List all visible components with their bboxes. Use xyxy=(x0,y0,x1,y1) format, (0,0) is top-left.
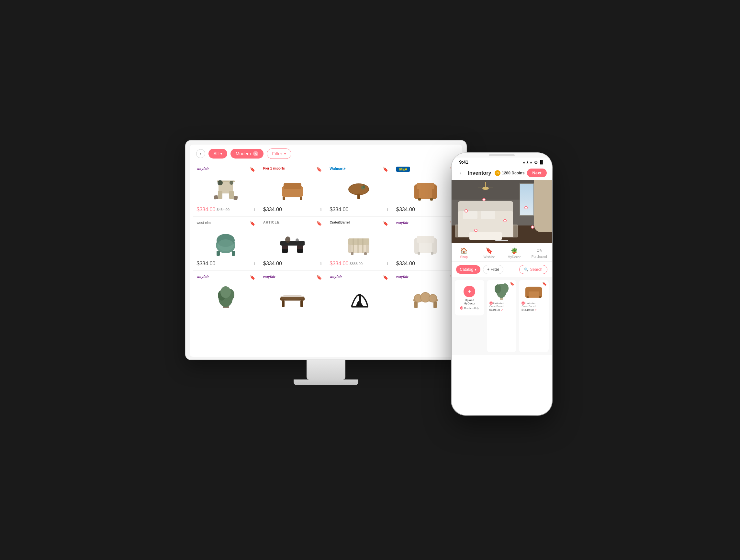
info-icon[interactable]: ℹ xyxy=(254,207,255,212)
product-card[interactable]: wayfair 🔖 xyxy=(193,163,260,217)
members-only-text: Members Only xyxy=(464,307,479,309)
svg-rect-22 xyxy=(430,198,433,201)
product-card[interactable]: Pier 1 imports 🔖 $334.00 xyxy=(259,163,326,217)
svg-rect-77 xyxy=(539,296,541,298)
info-icon[interactable]: ℹ xyxy=(386,261,388,266)
catalog-button[interactable]: Catalog ▾ xyxy=(456,265,480,274)
svg-rect-2 xyxy=(214,195,218,200)
svg-point-71 xyxy=(501,284,508,293)
product-card[interactable]: wayfair 🔖 xyxy=(193,271,260,319)
unlimited-icon: ∞ xyxy=(522,302,525,305)
price-row: $334.00 ℹ xyxy=(396,261,455,266)
tab-shop[interactable]: 🏠 Shop xyxy=(452,246,477,260)
svg-rect-49 xyxy=(431,252,434,255)
info-icon[interactable]: ℹ xyxy=(320,207,322,212)
product-image xyxy=(396,283,455,312)
desktop-back-button[interactable]: ‹ xyxy=(196,149,205,158)
mobile-phone: 9:41 ▲▲▲ ⊙ ▐▌ ‹ Inventory D 1280 Dcoins … xyxy=(452,153,555,418)
product-card[interactable]: west elm 🔖 $334.00 xyxy=(193,217,260,271)
svg-rect-10 xyxy=(283,197,285,200)
price-row: $334.00 ℹ xyxy=(263,261,322,266)
bookmark-icon[interactable]: 🔖 xyxy=(383,221,388,226)
next-button[interactable]: Next xyxy=(527,169,546,177)
svg-rect-28 xyxy=(280,241,305,245)
phone-notch xyxy=(452,153,552,157)
bookmark-icon[interactable]: 🔖 xyxy=(250,166,255,172)
upload-plus-button[interactable]: + xyxy=(464,286,475,297)
chevron-down-icon: ▾ xyxy=(220,152,222,155)
bookmark-icon[interactable]: 🔖 xyxy=(383,275,388,280)
striped-chair-svg xyxy=(345,232,373,255)
tab-shop-label: Shop xyxy=(460,255,468,259)
bookmark-icon[interactable]: 🔖 xyxy=(316,221,322,226)
product-card[interactable]: ARTICLE. 🔖 xyxy=(259,217,326,271)
info-icon[interactable]: ℹ xyxy=(254,261,255,266)
unlimited-text: Unlimited xyxy=(493,302,504,305)
mydecor-icon: 🪴 xyxy=(511,247,518,254)
add-filter-label: + Filter xyxy=(487,267,499,272)
product-grid: wayfair 🔖 xyxy=(190,163,462,319)
svg-rect-58 xyxy=(300,301,303,307)
search-button[interactable]: 🔍 Search xyxy=(519,265,547,274)
brand-logo: wayfair xyxy=(263,275,322,281)
phone-product-card[interactable]: 🔖 ∞ Unlimited Crate xyxy=(487,280,516,352)
svg-rect-20 xyxy=(417,183,435,189)
product-card[interactable]: Crate&Barrel 🔖 xyxy=(326,217,393,271)
bookmark-icon[interactable]: 🔖 xyxy=(542,282,547,286)
price-label: $449.00 ↗ xyxy=(489,308,514,312)
modern-filter-pill[interactable]: Modern ✕ xyxy=(230,149,263,158)
unlimited-badge: ∞ Unlimited xyxy=(489,302,514,305)
product-card[interactable]: wayfair 🔖 xyxy=(326,271,393,319)
svg-rect-25 xyxy=(216,251,220,256)
wishlist-icon: 🔖 xyxy=(485,247,493,254)
dining-set-svg xyxy=(212,178,240,201)
price-tag-dot xyxy=(503,219,506,222)
product-card[interactable]: Walmart+ 🔖 $334.00 xyxy=(326,163,393,217)
original-price: $434.00 xyxy=(216,208,229,212)
price-tag-dot xyxy=(525,206,528,209)
tab-purchased[interactable]: 🛍 Purchased xyxy=(527,246,552,260)
tab-mydecor[interactable]: 🪴 MyDecor xyxy=(502,246,527,260)
product-card[interactable]: wayfair 🔖 xyxy=(259,271,326,319)
close-icon[interactable]: ✕ xyxy=(253,151,258,156)
filter-pill[interactable]: Filter ▾ xyxy=(267,148,291,159)
product-card[interactable]: wayfair 🔖 xyxy=(392,217,459,271)
bookmark-icon[interactable]: 🔖 xyxy=(250,221,255,226)
price: $334.00 xyxy=(330,207,349,213)
dcoins-badge: D 1280 Dcoins xyxy=(495,170,525,176)
signal-icon: ▲▲▲ xyxy=(522,160,533,164)
product-card[interactable]: IKEA 🔖 xyxy=(392,163,459,217)
battery-icon: ▐▌ xyxy=(539,160,544,164)
white-chair-svg xyxy=(412,232,439,255)
info-icon[interactable]: ℹ xyxy=(320,261,322,266)
svg-point-66 xyxy=(429,295,437,302)
price-row: $334.00 ℹ xyxy=(330,207,388,213)
svg-rect-62 xyxy=(414,302,418,308)
phone-product-card[interactable]: 🔖 ∞ Unlimited xyxy=(519,280,548,352)
upload-label: UploadMyDecor xyxy=(464,299,475,305)
all-filter-pill[interactable]: All ▾ xyxy=(208,149,227,158)
catalog-label: Catalog xyxy=(460,267,473,272)
tab-wishlist[interactable]: 🔖 Wishlist xyxy=(476,246,502,260)
ottoman-svg xyxy=(279,178,306,201)
dcoins-amount: 1280 Dcoins xyxy=(502,171,525,175)
desktop-monitor: ‹ All ▾ Modern ✕ Filter ▾ xyxy=(185,140,467,393)
bookmark-icon[interactable]: 🔖 xyxy=(316,275,322,280)
add-filter-button[interactable]: + Filter xyxy=(483,265,503,274)
bookmark-icon[interactable]: 🔖 xyxy=(250,275,255,280)
svg-rect-3 xyxy=(234,196,238,200)
price: $334.00 xyxy=(263,207,282,213)
price: $334.00 xyxy=(263,261,282,266)
brand-label: Crate Barrel xyxy=(522,305,546,308)
bookmark-icon[interactable]: 🔖 xyxy=(383,166,388,172)
phone-back-button[interactable]: ‹ xyxy=(457,169,465,177)
round-table-svg xyxy=(347,178,371,201)
bookmark-icon[interactable]: 🔖 xyxy=(510,282,515,286)
product-card[interactable]: wayfair 🔖 xyxy=(392,271,459,319)
bookmark-icon[interactable]: 🔖 xyxy=(316,166,322,172)
price-row: $334.00 $888.00 ℹ xyxy=(330,261,388,266)
upload-mydecor-card[interactable]: + UploadMyDecor M Members Only xyxy=(455,280,484,315)
info-icon[interactable]: ℹ xyxy=(386,207,388,212)
svg-rect-21 xyxy=(418,198,421,201)
price-label: $1449.00 ↗ xyxy=(522,308,546,312)
